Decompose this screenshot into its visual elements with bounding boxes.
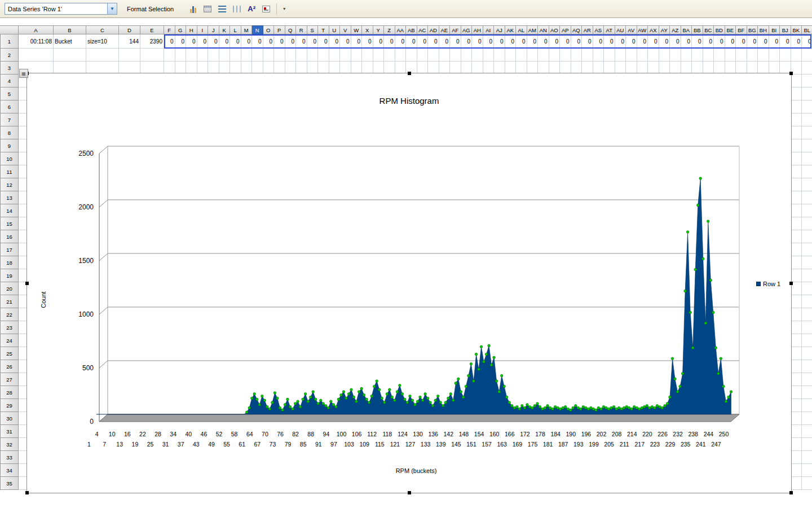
cell-BK14[interactable]: [791, 204, 802, 217]
cell-G1[interactable]: 0: [175, 34, 187, 49]
selection-handle-bottom-right[interactable]: [789, 491, 793, 494]
legend-icon[interactable]: [260, 3, 272, 15]
cell-M2[interactable]: [241, 49, 253, 62]
cell-K2[interactable]: [219, 49, 231, 62]
row-header-24[interactable]: 24: [0, 334, 19, 347]
column-header-AB[interactable]: AB: [406, 25, 417, 34]
data-table-icon[interactable]: [201, 3, 214, 15]
cell-AZ2[interactable]: [670, 49, 681, 62]
row-header-27[interactable]: 27: [0, 373, 19, 386]
cell-BK29[interactable]: [791, 399, 802, 412]
cell-BK12[interactable]: [791, 178, 802, 191]
cell-BK13[interactable]: [791, 191, 802, 204]
cell-AI1[interactable]: 0: [483, 34, 495, 49]
cell-BI1[interactable]: 0: [769, 34, 780, 49]
column-header-AQ[interactable]: AQ: [571, 25, 582, 34]
cell-BK23[interactable]: [791, 321, 802, 334]
cell-AV1[interactable]: 0: [626, 34, 637, 49]
column-header-AF[interactable]: AF: [450, 25, 461, 34]
column-header-N[interactable]: N: [252, 25, 263, 34]
cell-S2[interactable]: [307, 49, 319, 62]
cell-AD1[interactable]: 0: [428, 34, 439, 49]
cell-Q2[interactable]: [285, 49, 297, 62]
toolbar-overflow-icon[interactable]: ▾: [281, 6, 288, 11]
column-header-AE[interactable]: AE: [439, 25, 451, 34]
column-header-Z[interactable]: Z: [384, 25, 395, 34]
cell-BL5[interactable]: [802, 87, 812, 100]
column-header-AV[interactable]: AV: [626, 25, 637, 34]
column-header-H[interactable]: H: [186, 25, 197, 34]
cell-AX2[interactable]: [648, 49, 659, 62]
column-header-BB[interactable]: BB: [692, 25, 703, 34]
cell-BK10[interactable]: [791, 152, 802, 165]
cell-BH1[interactable]: 0: [758, 34, 769, 49]
row-header-12[interactable]: 12: [0, 178, 19, 191]
cell-I1[interactable]: 0: [197, 34, 209, 49]
cell-BL21[interactable]: [802, 295, 812, 308]
row-header-32[interactable]: 32: [0, 438, 19, 451]
column-header-L[interactable]: L: [230, 25, 241, 34]
cell-L1[interactable]: 0: [230, 34, 241, 49]
row-header-34[interactable]: 34: [0, 464, 19, 477]
cell-AB2[interactable]: [406, 49, 417, 62]
cell-AY1[interactable]: 0: [659, 34, 670, 49]
row-header-15[interactable]: 15: [0, 217, 19, 230]
cell-AU1[interactable]: 0: [615, 34, 626, 49]
row-header-31[interactable]: 31: [0, 425, 19, 438]
cell-BL25[interactable]: [802, 347, 812, 360]
cell-AN2[interactable]: [538, 49, 549, 62]
column-header-AI[interactable]: AI: [483, 25, 495, 34]
row-header-14[interactable]: 14: [0, 204, 19, 217]
cell-AF2[interactable]: [450, 49, 461, 62]
cell-BH2[interactable]: [758, 49, 769, 62]
cell-AH2[interactable]: [472, 49, 483, 62]
column-header-U[interactable]: U: [329, 25, 341, 34]
cell-R1[interactable]: 0: [296, 34, 307, 49]
cell-BD2[interactable]: [714, 49, 725, 62]
cell-BA1[interactable]: 0: [681, 34, 692, 49]
cell-M1[interactable]: 0: [241, 34, 253, 49]
cell-BK21[interactable]: [791, 295, 802, 308]
cell-BK22[interactable]: [791, 308, 802, 321]
row-header-28[interactable]: 28: [0, 386, 19, 399]
column-header-AS[interactable]: AS: [593, 25, 604, 34]
cell-BJ2[interactable]: [780, 49, 791, 62]
horizontal-grids-icon[interactable]: [216, 3, 228, 15]
axis-titles-icon[interactable]: A²: [245, 3, 258, 15]
column-header-BH[interactable]: BH: [758, 25, 769, 34]
cell-BL17[interactable]: [802, 243, 812, 256]
cell-BL31[interactable]: [802, 425, 812, 438]
column-header-D[interactable]: D: [119, 25, 140, 34]
row-header-10[interactable]: 10: [0, 152, 19, 165]
cell-N2[interactable]: [252, 49, 263, 62]
cell-BL1[interactable]: 0: [802, 34, 812, 49]
cell-E2[interactable]: [140, 49, 164, 62]
cell-AJ2[interactable]: [494, 49, 505, 62]
cell-BJ1[interactable]: 0: [780, 34, 791, 49]
chart-type-icon[interactable]: [187, 3, 199, 15]
row-header-22[interactable]: 22: [0, 308, 19, 321]
row-header-5[interactable]: 5: [0, 87, 19, 100]
chart-object[interactable]: ▦ RPM Histogram 050010001500200025004101…: [27, 73, 792, 493]
cell-AY2[interactable]: [659, 49, 670, 62]
column-header-A[interactable]: A: [19, 25, 54, 34]
cell-AD2[interactable]: [428, 49, 439, 62]
cell-BL33[interactable]: [802, 451, 812, 464]
cell-I2[interactable]: [197, 49, 209, 62]
column-header-T[interactable]: T: [318, 25, 329, 34]
cell-AR2[interactable]: [582, 49, 593, 62]
cell-BL19[interactable]: [802, 269, 812, 282]
selection-handle-middle-right[interactable]: [789, 282, 793, 285]
cell-AG2[interactable]: [461, 49, 473, 62]
cell-AB1[interactable]: 0: [406, 34, 417, 49]
select-all-corner[interactable]: [0, 25, 19, 34]
cell-BE2[interactable]: [725, 49, 736, 62]
cell-AQ1[interactable]: 0: [571, 34, 582, 49]
row-header-11[interactable]: 11: [0, 165, 19, 178]
cell-BK32[interactable]: [791, 438, 802, 451]
cell-BE1[interactable]: 0: [725, 34, 736, 49]
cell-BL34[interactable]: [802, 464, 812, 477]
cell-AA1[interactable]: 0: [395, 34, 407, 49]
cell-AW1[interactable]: 0: [637, 34, 648, 49]
cell-BL12[interactable]: [802, 178, 812, 191]
